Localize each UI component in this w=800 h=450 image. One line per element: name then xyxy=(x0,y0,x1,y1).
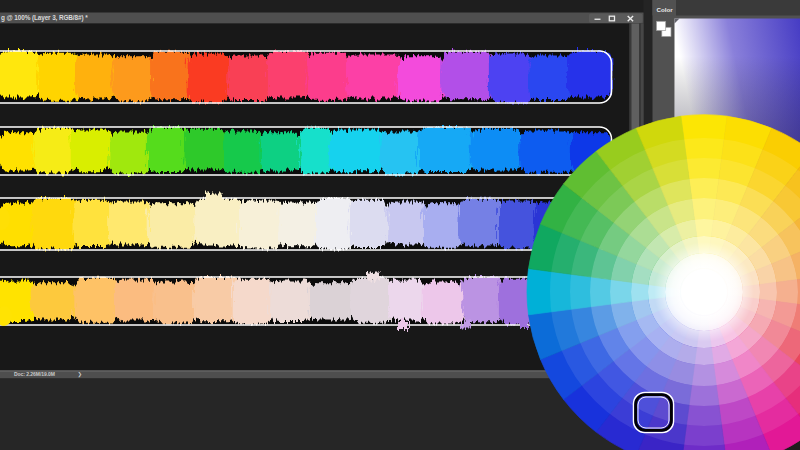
svg-text:Doc: 2.26M/19.0M: Doc: 2.26M/19.0M xyxy=(14,371,55,377)
svg-text:❯: ❯ xyxy=(78,371,83,378)
svg-text:Color: Color xyxy=(657,6,674,13)
svg-text:g @ 100% (Layer 3, RGB/8#) *: g @ 100% (Layer 3, RGB/8#) * xyxy=(1,14,88,22)
